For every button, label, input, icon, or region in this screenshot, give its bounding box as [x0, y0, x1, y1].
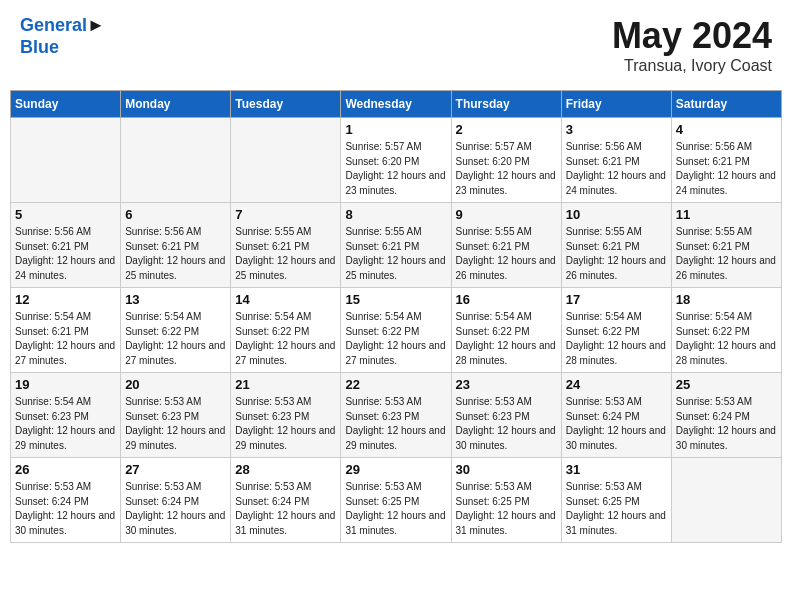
day-info: Sunrise: 5:56 AMSunset: 6:21 PMDaylight:… [676, 140, 777, 198]
calendar-cell [231, 118, 341, 203]
day-number: 30 [456, 462, 557, 477]
day-number: 19 [15, 377, 116, 392]
day-number: 7 [235, 207, 336, 222]
day-number: 1 [345, 122, 446, 137]
day-number: 14 [235, 292, 336, 307]
calendar-cell: 9Sunrise: 5:55 AMSunset: 6:21 PMDaylight… [451, 203, 561, 288]
calendar-cell: 18Sunrise: 5:54 AMSunset: 6:22 PMDayligh… [671, 288, 781, 373]
day-info: Sunrise: 5:56 AMSunset: 6:21 PMDaylight:… [15, 225, 116, 283]
day-info: Sunrise: 5:53 AMSunset: 6:24 PMDaylight:… [125, 480, 226, 538]
day-info: Sunrise: 5:56 AMSunset: 6:21 PMDaylight:… [566, 140, 667, 198]
day-number: 27 [125, 462, 226, 477]
day-info: Sunrise: 5:53 AMSunset: 6:23 PMDaylight:… [456, 395, 557, 453]
title-area: May 2024 Transua, Ivory Coast [612, 15, 772, 75]
day-info: Sunrise: 5:54 AMSunset: 6:22 PMDaylight:… [345, 310, 446, 368]
calendar-week-row: 26Sunrise: 5:53 AMSunset: 6:24 PMDayligh… [11, 458, 782, 543]
calendar-cell: 27Sunrise: 5:53 AMSunset: 6:24 PMDayligh… [121, 458, 231, 543]
calendar-cell: 11Sunrise: 5:55 AMSunset: 6:21 PMDayligh… [671, 203, 781, 288]
day-info: Sunrise: 5:53 AMSunset: 6:24 PMDaylight:… [15, 480, 116, 538]
day-number: 8 [345, 207, 446, 222]
day-number: 15 [345, 292, 446, 307]
calendar-cell [121, 118, 231, 203]
day-number: 18 [676, 292, 777, 307]
day-info: Sunrise: 5:53 AMSunset: 6:23 PMDaylight:… [125, 395, 226, 453]
calendar-cell: 10Sunrise: 5:55 AMSunset: 6:21 PMDayligh… [561, 203, 671, 288]
calendar-cell: 25Sunrise: 5:53 AMSunset: 6:24 PMDayligh… [671, 373, 781, 458]
calendar-cell: 22Sunrise: 5:53 AMSunset: 6:23 PMDayligh… [341, 373, 451, 458]
day-info: Sunrise: 5:55 AMSunset: 6:21 PMDaylight:… [345, 225, 446, 283]
day-number: 4 [676, 122, 777, 137]
day-info: Sunrise: 5:54 AMSunset: 6:23 PMDaylight:… [15, 395, 116, 453]
calendar-cell: 14Sunrise: 5:54 AMSunset: 6:22 PMDayligh… [231, 288, 341, 373]
calendar-week-row: 19Sunrise: 5:54 AMSunset: 6:23 PMDayligh… [11, 373, 782, 458]
calendar-cell: 31Sunrise: 5:53 AMSunset: 6:25 PMDayligh… [561, 458, 671, 543]
calendar-cell: 24Sunrise: 5:53 AMSunset: 6:24 PMDayligh… [561, 373, 671, 458]
calendar-cell: 20Sunrise: 5:53 AMSunset: 6:23 PMDayligh… [121, 373, 231, 458]
day-info: Sunrise: 5:55 AMSunset: 6:21 PMDaylight:… [676, 225, 777, 283]
day-info: Sunrise: 5:54 AMSunset: 6:22 PMDaylight:… [125, 310, 226, 368]
logo-text: General► Blue [20, 15, 105, 58]
day-info: Sunrise: 5:55 AMSunset: 6:21 PMDaylight:… [235, 225, 336, 283]
day-number: 24 [566, 377, 667, 392]
calendar-cell: 3Sunrise: 5:56 AMSunset: 6:21 PMDaylight… [561, 118, 671, 203]
calendar-cell: 6Sunrise: 5:56 AMSunset: 6:21 PMDaylight… [121, 203, 231, 288]
day-number: 16 [456, 292, 557, 307]
day-number: 22 [345, 377, 446, 392]
day-info: Sunrise: 5:54 AMSunset: 6:22 PMDaylight:… [456, 310, 557, 368]
day-number: 21 [235, 377, 336, 392]
calendar-cell: 30Sunrise: 5:53 AMSunset: 6:25 PMDayligh… [451, 458, 561, 543]
calendar-header-row: SundayMondayTuesdayWednesdayThursdayFrid… [11, 91, 782, 118]
day-number: 23 [456, 377, 557, 392]
calendar-week-row: 1Sunrise: 5:57 AMSunset: 6:20 PMDaylight… [11, 118, 782, 203]
day-number: 11 [676, 207, 777, 222]
day-number: 25 [676, 377, 777, 392]
calendar-cell: 17Sunrise: 5:54 AMSunset: 6:22 PMDayligh… [561, 288, 671, 373]
day-number: 28 [235, 462, 336, 477]
day-info: Sunrise: 5:54 AMSunset: 6:21 PMDaylight:… [15, 310, 116, 368]
calendar-cell: 23Sunrise: 5:53 AMSunset: 6:23 PMDayligh… [451, 373, 561, 458]
day-number: 2 [456, 122, 557, 137]
day-number: 12 [15, 292, 116, 307]
day-info: Sunrise: 5:53 AMSunset: 6:24 PMDaylight:… [566, 395, 667, 453]
day-number: 26 [15, 462, 116, 477]
day-number: 13 [125, 292, 226, 307]
calendar-cell [11, 118, 121, 203]
month-title: May 2024 [612, 15, 772, 57]
day-info: Sunrise: 5:53 AMSunset: 6:25 PMDaylight:… [345, 480, 446, 538]
day-info: Sunrise: 5:54 AMSunset: 6:22 PMDaylight:… [566, 310, 667, 368]
day-info: Sunrise: 5:53 AMSunset: 6:23 PMDaylight:… [345, 395, 446, 453]
day-info: Sunrise: 5:55 AMSunset: 6:21 PMDaylight:… [566, 225, 667, 283]
day-number: 10 [566, 207, 667, 222]
column-header-tuesday: Tuesday [231, 91, 341, 118]
calendar-cell: 5Sunrise: 5:56 AMSunset: 6:21 PMDaylight… [11, 203, 121, 288]
day-info: Sunrise: 5:53 AMSunset: 6:24 PMDaylight:… [235, 480, 336, 538]
day-number: 31 [566, 462, 667, 477]
day-number: 5 [15, 207, 116, 222]
column-header-sunday: Sunday [11, 91, 121, 118]
calendar-cell: 4Sunrise: 5:56 AMSunset: 6:21 PMDaylight… [671, 118, 781, 203]
day-info: Sunrise: 5:57 AMSunset: 6:20 PMDaylight:… [456, 140, 557, 198]
calendar-cell: 21Sunrise: 5:53 AMSunset: 6:23 PMDayligh… [231, 373, 341, 458]
calendar-cell: 13Sunrise: 5:54 AMSunset: 6:22 PMDayligh… [121, 288, 231, 373]
column-header-saturday: Saturday [671, 91, 781, 118]
day-info: Sunrise: 5:57 AMSunset: 6:20 PMDaylight:… [345, 140, 446, 198]
column-header-monday: Monday [121, 91, 231, 118]
calendar-cell [671, 458, 781, 543]
day-number: 29 [345, 462, 446, 477]
day-number: 20 [125, 377, 226, 392]
calendar-cell: 1Sunrise: 5:57 AMSunset: 6:20 PMDaylight… [341, 118, 451, 203]
calendar-cell: 7Sunrise: 5:55 AMSunset: 6:21 PMDaylight… [231, 203, 341, 288]
day-info: Sunrise: 5:53 AMSunset: 6:23 PMDaylight:… [235, 395, 336, 453]
column-header-wednesday: Wednesday [341, 91, 451, 118]
day-info: Sunrise: 5:54 AMSunset: 6:22 PMDaylight:… [235, 310, 336, 368]
day-number: 17 [566, 292, 667, 307]
day-info: Sunrise: 5:53 AMSunset: 6:24 PMDaylight:… [676, 395, 777, 453]
day-number: 3 [566, 122, 667, 137]
calendar-table: SundayMondayTuesdayWednesdayThursdayFrid… [10, 90, 782, 543]
day-info: Sunrise: 5:53 AMSunset: 6:25 PMDaylight:… [456, 480, 557, 538]
calendar-week-row: 5Sunrise: 5:56 AMSunset: 6:21 PMDaylight… [11, 203, 782, 288]
calendar-cell: 26Sunrise: 5:53 AMSunset: 6:24 PMDayligh… [11, 458, 121, 543]
logo: General► Blue [20, 15, 105, 58]
day-info: Sunrise: 5:53 AMSunset: 6:25 PMDaylight:… [566, 480, 667, 538]
page-header: General► Blue May 2024 Transua, Ivory Co… [10, 10, 782, 80]
